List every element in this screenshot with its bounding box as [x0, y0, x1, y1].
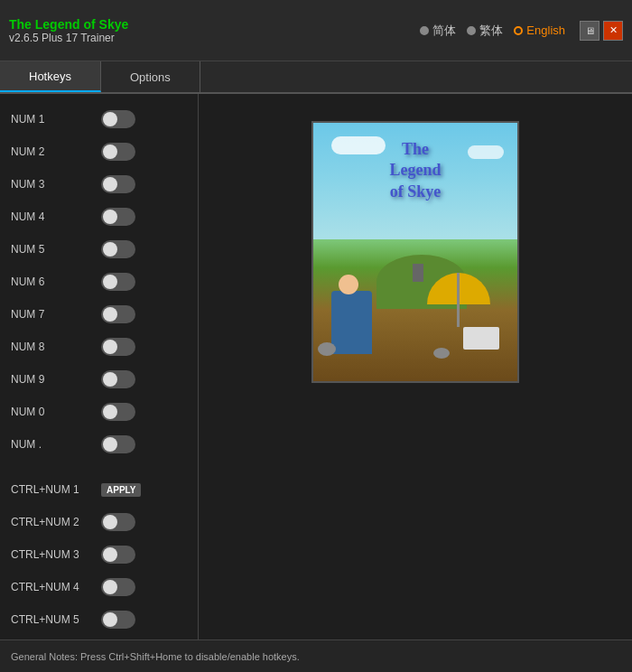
toggle-num8[interactable]	[101, 338, 135, 356]
hotkey-label-num6: NUM 6	[11, 275, 101, 288]
hotkey-row-num9: NUM 9	[0, 363, 198, 396]
game-image-panel: The Legend of Skye	[199, 94, 632, 639]
hotkey-label-numdot: NUM .	[11, 438, 101, 451]
radio-simplified	[420, 26, 429, 35]
toggle-track-num4	[101, 208, 135, 226]
hotkey-row-num5: NUM 5	[0, 233, 198, 266]
hotkey-row-num7: NUM 7	[0, 298, 198, 331]
hotkey-row-ctrlnum3: CTRL+NUM 3	[0, 538, 198, 571]
tab-hotkeys[interactable]: Hotkeys	[0, 61, 101, 92]
toggle-ctrlnum2[interactable]	[101, 513, 135, 531]
toggle-knob-num6	[103, 275, 117, 289]
toggle-ctrlnum4[interactable]	[101, 578, 135, 596]
toggle-track-num8	[101, 338, 135, 356]
hotkey-label-ctrlnum3: CTRL+NUM 3	[11, 548, 101, 561]
lang-traditional-label: 繁体	[479, 23, 503, 39]
toggle-num4[interactable]	[101, 208, 135, 226]
footer-text: General Notes: Press Ctrl+Shift+Home to …	[11, 651, 300, 662]
hotkey-row-ctrlnum1: CTRL+NUM 1 APPLY	[0, 473, 198, 506]
game-title: The Legend of Skye	[9, 17, 420, 32]
cover-table	[463, 327, 499, 350]
tab-bar: Hotkeys Options	[0, 61, 632, 94]
toggle-track-num5	[101, 240, 135, 258]
toggle-track-numdot	[101, 435, 135, 453]
toggle-ctrlnum3[interactable]	[101, 546, 135, 564]
toggle-knob-ctrlnum2	[103, 515, 117, 529]
minimize-button[interactable]: 🖥	[580, 21, 599, 41]
title-bar: The Legend of Skye v2.6.5 Plus 17 Traine…	[0, 0, 632, 61]
hotkey-label-ctrlnum1: CTRL+NUM 1	[11, 483, 101, 496]
toggle-knob-ctrlnum4	[103, 580, 117, 594]
cover-castle	[413, 264, 423, 282]
lang-simplified[interactable]: 简体	[420, 23, 456, 39]
cover-squirrel2	[433, 348, 450, 359]
toggle-track-ctrlnum4	[101, 578, 135, 596]
hotkey-label-num7: NUM 7	[11, 308, 101, 321]
lang-traditional[interactable]: 繁体	[467, 23, 503, 39]
hotkeys-panel: NUM 1 NUM 2 NUM 3	[0, 94, 199, 639]
hotkey-label-num0: NUM 0	[11, 406, 101, 418]
game-cover-art: The Legend of Skye	[311, 121, 519, 383]
toggle-track-ctrlnum3	[101, 546, 135, 564]
toggle-track-num9	[101, 370, 135, 388]
close-button[interactable]: ✕	[603, 21, 623, 41]
toggle-knob-ctrlnum5	[103, 612, 117, 627]
toggle-knob-numdot	[103, 437, 117, 452]
hotkey-label-num1: NUM 1	[11, 113, 101, 126]
toggle-numdot[interactable]	[101, 435, 135, 453]
hotkey-row-ctrlnum2: CTRL+NUM 2	[0, 506, 198, 538]
toggle-knob-ctrlnum3	[103, 547, 117, 562]
hotkey-row-num1: NUM 1	[0, 103, 198, 135]
hotkey-label-num8: NUM 8	[11, 341, 101, 353]
toggle-num9[interactable]	[101, 370, 135, 388]
toggle-track-num1	[101, 110, 135, 128]
hotkey-row-num6: NUM 6	[0, 266, 198, 298]
lang-simplified-label: 简体	[432, 23, 456, 39]
toggle-track-ctrlnum5	[101, 611, 135, 629]
toggle-track-num6	[101, 273, 135, 291]
language-options: 简体 繁体 English	[420, 23, 565, 39]
hotkey-label-ctrlnum5: CTRL+NUM 5	[11, 613, 101, 626]
umbrella-pole	[457, 273, 460, 327]
toggle-ctrlnum5[interactable]	[101, 611, 135, 629]
toggle-knob-num5	[103, 242, 117, 257]
main-content: NUM 1 NUM 2 NUM 3	[0, 94, 632, 639]
toggle-num1[interactable]	[101, 110, 135, 128]
toggle-num7[interactable]	[101, 305, 135, 323]
hotkey-label-num2: NUM 2	[11, 145, 101, 158]
toggle-knob-num4	[103, 210, 117, 224]
hotkey-row-ctrlnum5: CTRL+NUM 5	[0, 603, 198, 636]
toggle-knob-num9	[103, 372, 117, 387]
lang-english[interactable]: English	[514, 23, 565, 37]
toggle-track-ctrlnum2	[101, 513, 135, 531]
toggle-track-num2	[101, 143, 135, 161]
radio-english	[514, 26, 523, 35]
toggle-num0[interactable]	[101, 403, 135, 421]
cover-umbrella	[427, 273, 490, 327]
lang-english-label: English	[526, 23, 565, 37]
toggle-track-num3	[101, 175, 135, 193]
toggle-num6[interactable]	[101, 273, 135, 291]
title-text-block: The Legend of Skye v2.6.5 Plus 17 Traine…	[9, 17, 420, 44]
cover-squirrel1	[318, 342, 336, 356]
hotkey-separator	[0, 461, 198, 473]
hotkey-row-numdot: NUM .	[0, 428, 198, 461]
hotkey-row-num2: NUM 2	[0, 135, 198, 168]
toggle-num5[interactable]	[101, 240, 135, 258]
cover-title: The Legend of Skye	[313, 139, 517, 202]
window-controls: 🖥 ✕	[580, 21, 623, 41]
toggle-knob-num3	[103, 177, 117, 191]
hotkey-label-num9: NUM 9	[11, 373, 101, 386]
tab-options[interactable]: Options	[101, 61, 200, 92]
toggle-knob-num0	[103, 405, 117, 419]
footer: General Notes: Press Ctrl+Shift+Home to …	[0, 639, 632, 672]
toggle-track-num0	[101, 403, 135, 421]
toggle-num3[interactable]	[101, 175, 135, 193]
hotkey-label-num3: NUM 3	[11, 178, 101, 191]
cover-figure	[331, 291, 372, 354]
toggle-knob-num8	[103, 340, 117, 354]
apply-button[interactable]: APPLY	[101, 483, 141, 497]
hotkey-row-num0: NUM 0	[0, 396, 198, 428]
version-label: v2.6.5 Plus 17 Trainer	[9, 32, 420, 44]
toggle-num2[interactable]	[101, 143, 135, 161]
